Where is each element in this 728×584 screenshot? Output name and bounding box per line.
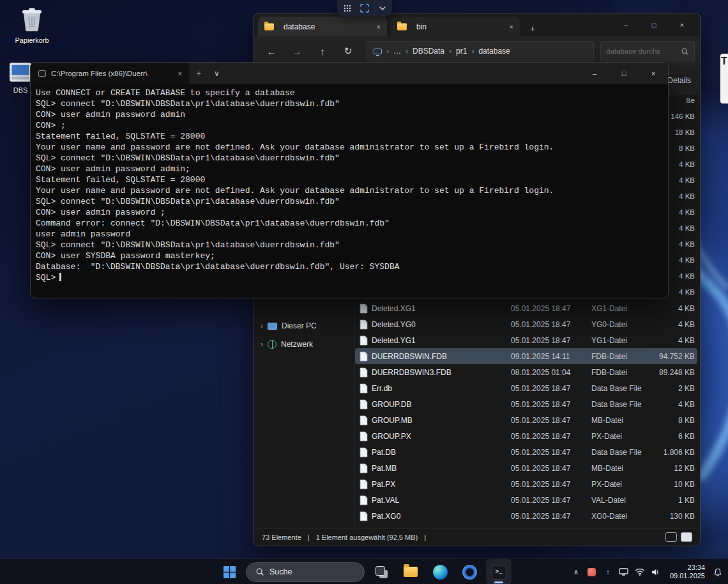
start-button[interactable] [216,559,242,584]
file-row[interactable]: Pat.DB 05.01.2025 18:47 Data Base File 1… [355,444,697,460]
maximize-button[interactable]: □ [609,63,639,84]
file-icon [355,351,372,362]
file-explorer-button[interactable] [398,559,423,584]
tray-app-icon[interactable] [587,567,597,577]
text-cursor [59,273,61,281]
chevron-right-icon[interactable]: › [261,321,263,330]
list-view-toggle-icon[interactable] [665,532,677,542]
grid-icon[interactable] [340,2,355,15]
terminal-button[interactable]: >_ [486,559,512,584]
breadcrumb-item-pr1[interactable]: pr1 [456,47,467,56]
tab-database[interactable]: database × [258,17,387,36]
minimize-button[interactable]: – [580,63,609,84]
copilot-button[interactable] [457,559,482,584]
file-name: DUERRDBSWIN3.FDB [372,368,511,377]
file-date: 05.01.2025 18:47 [511,384,591,393]
sidebar-item-dieser-pc[interactable]: › Dieser PC [258,318,351,334]
volume-icon[interactable] [651,567,661,577]
close-button[interactable]: × [668,13,696,36]
terminal-title-bar[interactable]: C:\Program Files (x86)\Duerr\ × + ∨ – □ … [31,63,668,84]
file-row[interactable]: Pat.PX 05.01.2025 18:47 PX-Datei 10 KB [355,476,697,492]
file-row[interactable]: Pat.XG0 05.01.2025 18:47 XG0-Datei 130 K… [355,508,697,524]
close-tab-icon[interactable]: × [178,70,182,77]
wifi-icon[interactable] [635,567,645,577]
file-row[interactable]: Deleted.YG1 05.01.2025 18:47 YG1-Datei 4… [355,332,697,348]
new-tab-button[interactable]: + [190,69,208,78]
folder-icon [264,23,274,30]
file-row[interactable]: GROUP.PX 05.01.2025 18:47 PX-Datei 6 KB [355,428,697,444]
file-icon [355,415,372,426]
up-button[interactable]: ↑ [310,40,335,62]
close-button[interactable]: × [639,63,668,84]
file-type: FDB-Datei [591,352,655,361]
maximize-button[interactable]: □ [640,13,668,36]
terminal-tab[interactable]: C:\Program Files (x86)\Duerr\ × [31,63,190,84]
terminal-line: CON> user admin password admin; [36,164,668,174]
chevron-right-icon[interactable]: › [261,340,263,349]
file-name: Pat.XG0 [372,512,511,521]
breadcrumb-item-ellipsis[interactable]: … [393,47,401,56]
folder-icon [404,567,418,577]
file-icon [355,399,372,410]
minimize-button[interactable]: – [612,13,640,36]
file-name: GROUP.PX [372,432,511,441]
notification-bell-icon[interactable] [713,567,723,577]
file-icon [355,479,372,489]
refresh-button[interactable]: ↻ [336,40,360,62]
file-name: Err.db [372,384,511,393]
file-row[interactable]: DUERRDBSWIN3.FDB 08.01.2025 01:04 FDB-Da… [355,364,697,380]
item-count: 73 Elemente [262,534,301,541]
chevron-down-icon[interactable] [375,2,390,15]
file-size: 4 KB [655,320,695,329]
terminal-line: CON> ; [36,120,668,131]
file-row[interactable]: Deleted.YG0 05.01.2025 18:47 YG0-Datei 4… [355,316,697,332]
tab-bin[interactable]: bin × [391,17,520,36]
sidebar-item-netzwerk[interactable]: › Netzwerk [258,336,351,353]
file-size: 2 KB [655,384,695,393]
upload-status-icon[interactable]: ↑ [603,567,613,577]
close-tab-icon[interactable]: × [377,23,381,31]
back-button[interactable]: ← [259,40,284,62]
breadcrumb[interactable]: › … › DBSData › pr1 › database [367,41,594,61]
taskbar-search[interactable]: Suche [246,562,365,582]
display-icon[interactable] [619,567,629,577]
new-tab-button[interactable]: + [524,24,542,36]
file-row[interactable]: DUERRDBSWIN.FDB 09.01.2025 14:11 FDB-Dat… [355,348,697,364]
file-row[interactable]: Err.db 05.01.2025 18:47 Data Base File 2… [355,380,697,396]
explorer-search-box[interactable] [600,41,695,61]
edge-icon [433,565,448,580]
file-size: 6 KB [655,432,695,441]
forward-button[interactable]: → [285,40,309,62]
terminal-line: CON> user admin password admin [36,109,668,120]
file-row[interactable]: Pat.MB 05.01.2025 18:47 MB-Datei 12 KB [355,460,697,476]
file-icon [355,367,372,378]
terminal-output[interactable]: Use CONNECT or CREATE DATABASE to specif… [31,84,668,283]
tab-dropdown-icon[interactable]: ∨ [208,69,226,78]
breadcrumb-item-database[interactable]: database [478,47,510,56]
file-date: 05.01.2025 18:47 [511,304,591,313]
file-type: MB-Datei [591,416,655,425]
file-size: 4 KB [655,336,695,345]
terminal-line: Statement failed, SQLSTATE = 28000 [36,174,668,185]
close-tab-icon[interactable]: × [510,23,513,31]
details-view-toggle-icon[interactable] [681,532,692,542]
file-row[interactable]: Pat.VAL 05.01.2025 18:47 VAL-Datei 1 KB [355,492,697,508]
task-view-button[interactable] [368,559,394,584]
offscreen-window-edge[interactable]: T [720,54,728,104]
search-input[interactable] [606,47,677,55]
folder-icon [397,23,407,30]
desktop-icon-recycle-bin[interactable]: Papierkorb [8,6,56,44]
file-type: PX-Datei [591,480,655,489]
breadcrumb-item-dbsdata[interactable]: DBSData [413,47,444,56]
snip-region-icon[interactable] [357,2,372,15]
clock-date: 09.01.2025 [670,572,705,580]
hidden-icons-chevron-icon[interactable]: ∧ [571,567,581,577]
file-date: 05.01.2025 18:47 [511,464,591,473]
file-row[interactable]: GROUP.MB 05.01.2025 18:47 MB-Datei 8 KB [355,412,697,428]
edge-button[interactable] [427,559,453,584]
clock[interactable]: 23:34 09.01.2025 [670,564,705,580]
file-type: Data Base File [591,384,655,393]
file-row[interactable]: GROUP.DB 05.01.2025 18:47 Data Base File… [355,396,697,412]
terminal-prompt-line: SQL> [36,272,668,283]
file-row[interactable]: Deleted.XG1 05.01.2025 18:47 XG1-Datei 4… [355,300,697,316]
